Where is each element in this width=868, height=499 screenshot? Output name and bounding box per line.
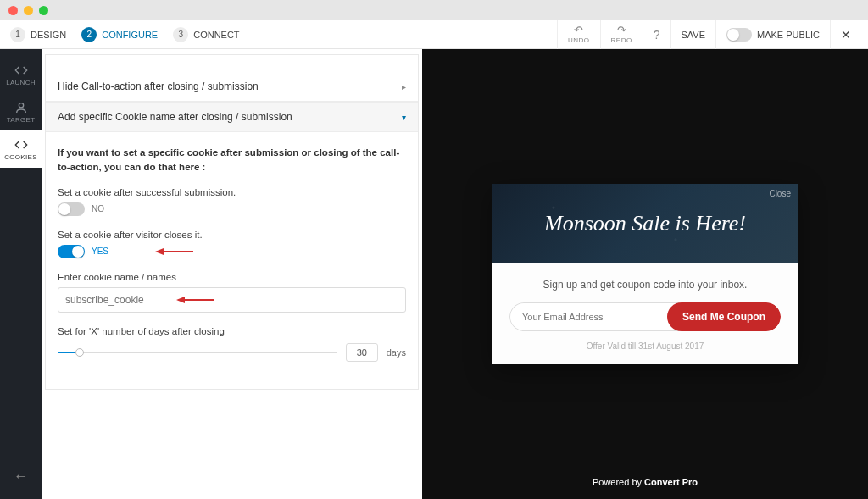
svg-marker-4 <box>176 297 185 303</box>
powered-by: Powered by Convert Pro <box>593 477 698 487</box>
undo-button[interactable]: ↶ UNDO <box>557 20 600 49</box>
field-label: Enter cookie name / names <box>58 272 406 282</box>
cookie-settings-body: If you want to set a specific cookie aft… <box>46 132 418 389</box>
preview-canvas: Close Monsoon Sale is Here! Sign up and … <box>422 49 868 499</box>
preview-modal: Close Monsoon Sale is Here! Sign up and … <box>492 184 798 364</box>
accordion-add-cookie[interactable]: Add specific Cookie name after closing /… <box>46 102 418 132</box>
annotation-arrow-icon <box>155 247 193 256</box>
step-label: DESIGN <box>31 30 66 40</box>
top-toolbar: 1 DESIGN 2 CONFIGURE 3 CONNECT ↶ UNDO ↷ … <box>0 20 868 49</box>
code-icon <box>14 64 28 77</box>
send-coupon-button[interactable]: Send Me Coupon <box>667 302 781 331</box>
step-label: CONNECT <box>193 30 239 40</box>
days-suffix: days <box>387 347 406 358</box>
modal-validity: Offer Valid till 31st August 2017 <box>509 341 781 351</box>
annotation-arrow-icon <box>176 296 214 304</box>
wizard-steps: 1 DESIGN 2 CONFIGURE 3 CONNECT <box>10 27 240 42</box>
redo-button[interactable]: ↷ REDO <box>600 20 643 49</box>
modal-body: Sign up and get coupon code into your in… <box>492 263 798 364</box>
left-rail: LAUNCH TARGET COOKIES ← <box>0 49 42 499</box>
modal-close-button[interactable]: Close <box>769 189 791 198</box>
window-min-dot[interactable] <box>24 6 33 15</box>
step-num: 1 <box>10 27 25 42</box>
window-max-dot[interactable] <box>39 6 48 15</box>
field-after-submission: Set a cookie after successful submission… <box>58 187 406 216</box>
step-configure[interactable]: 2 CONFIGURE <box>81 27 158 42</box>
rail-label: LAUNCH <box>6 79 36 86</box>
publish-toggle-wrap[interactable]: MAKE PUBLIC <box>715 20 830 49</box>
code-icon <box>14 138 28 152</box>
rail-label: COOKIES <box>4 153 37 161</box>
rail-back-button[interactable]: ← <box>14 457 29 499</box>
user-icon <box>14 101 28 114</box>
config-panel: Hide Call-to-action after closing / subm… <box>42 49 422 499</box>
main: LAUNCH TARGET COOKIES ← Hide Call-to-act… <box>0 49 868 499</box>
rail-cookies[interactable]: COOKIES <box>0 130 42 168</box>
publish-toggle[interactable] <box>726 28 752 42</box>
save-button[interactable]: SAVE <box>670 20 716 49</box>
field-days: Set for 'X' number of days after closing… <box>58 326 406 362</box>
undo-icon: ↶ <box>574 25 583 36</box>
field-cookie-name: Enter cookie name / names <box>58 272 406 313</box>
save-label: SAVE <box>682 30 706 40</box>
help-icon: ? <box>654 29 660 41</box>
modal-hero: Close Monsoon Sale is Here! <box>492 184 798 263</box>
window-close-dot[interactable] <box>8 6 18 15</box>
accordion-hide-cta[interactable]: Hide Call-to-action after closing / subm… <box>46 72 418 102</box>
modal-subtitle: Sign up and get coupon code into your in… <box>509 279 781 291</box>
help-button[interactable]: ? <box>643 20 670 49</box>
cookie-name-input[interactable] <box>58 287 406 313</box>
email-row: Send Me Coupon <box>509 302 781 331</box>
toggle-after-submission[interactable] <box>58 202 85 216</box>
toggle-value: NO <box>92 204 104 213</box>
close-icon: ✕ <box>841 28 851 42</box>
redo-icon: ↷ <box>617 25 626 36</box>
field-label: Set for 'X' number of days after closing <box>58 326 406 336</box>
step-connect[interactable]: 3 CONNECT <box>173 27 239 42</box>
rail-launch[interactable]: LAUNCH <box>0 56 42 93</box>
accordion-label: Hide Call-to-action after closing / subm… <box>58 80 259 92</box>
powered-by-brand: Convert Pro <box>644 477 698 487</box>
chevron-down-icon: ▾ <box>402 113 406 122</box>
undo-label: UNDO <box>568 36 590 44</box>
field-label: Set a cookie after successful submission… <box>58 187 406 197</box>
rail-label: TARGET <box>7 116 36 124</box>
chevron-right-icon: ▸ <box>402 82 406 91</box>
accordion-label: Add specific Cookie name after closing /… <box>58 111 292 123</box>
svg-marker-2 <box>155 248 164 255</box>
mac-titlebar <box>0 0 868 20</box>
rail-target[interactable]: TARGET <box>0 93 42 130</box>
step-design[interactable]: 1 DESIGN <box>10 27 66 42</box>
step-num: 2 <box>81 27 97 42</box>
cookie-intro: If you want to set a specific cookie aft… <box>58 146 406 175</box>
svg-point-0 <box>19 103 23 107</box>
toolbar-right: ↶ UNDO ↷ REDO ? SAVE MAKE PUBLIC ✕ <box>557 20 861 49</box>
email-input[interactable] <box>509 302 679 331</box>
step-num: 3 <box>173 27 188 42</box>
days-slider[interactable] <box>58 347 337 358</box>
toggle-after-close[interactable] <box>58 245 85 258</box>
arrow-left-icon: ← <box>14 468 29 485</box>
step-label: CONFIGURE <box>102 30 158 40</box>
publish-label: MAKE PUBLIC <box>757 30 820 40</box>
redo-label: REDO <box>611 36 632 44</box>
modal-hero-title: Monsoon Sale is Here! <box>544 211 746 236</box>
field-after-close: Set a cookie after visitor closes it. YE… <box>58 230 406 258</box>
field-label: Set a cookie after visitor closes it. <box>58 230 406 240</box>
close-button[interactable]: ✕ <box>830 20 861 49</box>
toggle-value: YES <box>92 247 108 256</box>
days-input[interactable] <box>346 343 378 362</box>
powered-by-text: Powered by <box>593 477 644 487</box>
